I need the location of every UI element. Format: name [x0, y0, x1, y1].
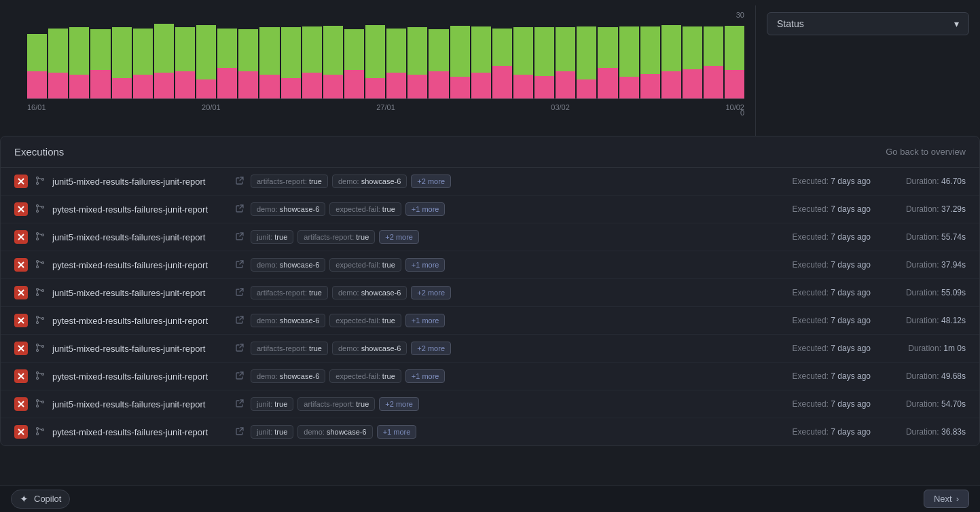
executed-time: Executed: 7 days ago	[793, 288, 871, 297]
y-label-top: 30	[736, 11, 744, 19]
bar-green	[365, 25, 385, 78]
more-tags-button[interactable]: +1 more	[377, 425, 417, 439]
execution-name[interactable]: pytest-mixed-results-failures-junit-repo…	[52, 371, 229, 382]
tag: junit: true	[251, 230, 293, 244]
bar-green	[513, 27, 533, 75]
tag: artifacts-report: true	[297, 397, 375, 411]
bar-pink	[344, 70, 364, 98]
executed-time: Executed: 7 days ago	[793, 427, 871, 437]
bar-group	[577, 11, 596, 98]
duration: Duration: 1m 0s	[884, 344, 966, 353]
more-tags-button[interactable]: +2 more	[411, 175, 451, 188]
svg-point-18	[37, 266, 39, 268]
status-failed-icon	[14, 369, 28, 383]
svg-point-44	[42, 401, 44, 403]
bar-group	[661, 11, 681, 98]
bar-group	[323, 11, 343, 98]
external-link-icon[interactable]	[236, 260, 244, 270]
external-link-icon[interactable]	[236, 232, 244, 242]
svg-point-39	[42, 373, 44, 375]
bar-group	[48, 11, 68, 98]
tag: artifacts-report: true	[251, 175, 328, 188]
more-tags-button[interactable]: +1 more	[405, 202, 446, 216]
status-dropdown-label: Status	[777, 18, 804, 29]
bar-pink	[154, 73, 174, 98]
bar-group	[704, 11, 723, 98]
branch-icon	[35, 371, 46, 382]
svg-point-23	[37, 293, 39, 295]
duration: Duration: 54.70s	[884, 399, 966, 409]
tag: demo: showcase-6	[251, 258, 325, 272]
bar-pink	[259, 75, 279, 98]
more-tags-button[interactable]: +1 more	[405, 314, 446, 327]
duration: Duration: 37.29s	[884, 204, 966, 214]
external-link-icon[interactable]	[236, 177, 244, 187]
execution-meta: Executed: 7 days agoDuration: 54.70s	[793, 399, 966, 409]
more-tags-button[interactable]: +2 more	[379, 397, 419, 411]
execution-meta: Executed: 7 days agoDuration: 1m 0s	[793, 344, 966, 353]
more-tags-button[interactable]: +2 more	[411, 342, 451, 355]
next-button[interactable]: Next ›	[924, 490, 969, 508]
execution-name[interactable]: junit5-mixed-results-failures-junit-repo…	[52, 288, 229, 298]
chart-x-labels: 16/0120/0127/0103/0210/02	[27, 99, 744, 111]
bar-group	[112, 11, 132, 98]
external-link-icon[interactable]	[236, 344, 244, 354]
execution-name[interactable]: junit5-mixed-results-failures-junit-repo…	[52, 232, 229, 242]
execution-name[interactable]: junit5-mixed-results-failures-junit-repo…	[52, 344, 229, 354]
execution-name[interactable]: junit5-mixed-results-failures-junit-repo…	[52, 177, 229, 187]
more-tags-button[interactable]: +2 more	[379, 230, 419, 244]
go-back-link[interactable]: Go back to overview	[886, 147, 966, 157]
more-tags-button[interactable]: +1 more	[405, 369, 446, 383]
duration: Duration: 48.12s	[884, 316, 966, 325]
bar-green	[344, 29, 364, 70]
tag: artifacts-report: true	[251, 286, 328, 299]
bar-group	[259, 11, 279, 98]
duration: Duration: 37.94s	[884, 260, 966, 270]
bar-green	[492, 29, 512, 66]
tags-area: junit: truedemo: showcase-6+1 more	[251, 425, 786, 439]
bar-pink	[69, 75, 89, 98]
bar-pink	[407, 75, 427, 98]
bar-group	[683, 11, 702, 98]
table-row: pytest-mixed-results-failures-junit-repo…	[1, 307, 979, 335]
copilot-icon: ✦	[20, 493, 29, 505]
executed-time: Executed: 7 days ago	[793, 177, 871, 186]
execution-name[interactable]: pytest-mixed-results-failures-junit-repo…	[52, 260, 229, 270]
tag: expected-fail: true	[329, 314, 401, 327]
execution-meta: Executed: 7 days agoDuration: 46.70s	[793, 177, 966, 186]
svg-point-38	[37, 377, 39, 379]
tags-area: artifacts-report: truedemo: showcase-6+2…	[251, 286, 786, 299]
external-link-icon[interactable]	[236, 316, 244, 326]
duration: Duration: 36.83s	[884, 427, 966, 437]
status-failed-icon	[14, 258, 28, 272]
executed-time: Executed: 7 days ago	[793, 316, 871, 325]
copilot-button[interactable]: ✦ Copilot	[11, 490, 70, 509]
bar-group	[281, 11, 301, 98]
bar-pink	[90, 70, 110, 98]
executed-time: Executed: 7 days ago	[793, 371, 871, 381]
status-dropdown[interactable]: Status ▾	[767, 12, 969, 35]
external-link-icon[interactable]	[236, 371, 244, 382]
execution-name[interactable]: pytest-mixed-results-failures-junit-repo…	[52, 204, 229, 215]
status-failed-icon	[14, 342, 28, 355]
external-link-icon[interactable]	[236, 288, 244, 298]
status-failed-icon	[14, 397, 28, 411]
external-link-icon[interactable]	[236, 204, 244, 215]
bar-pink	[513, 75, 533, 98]
branch-icon	[35, 259, 46, 271]
external-link-icon[interactable]	[236, 399, 244, 409]
status-failed-icon	[14, 230, 28, 244]
execution-name[interactable]: pytest-mixed-results-failures-junit-repo…	[52, 316, 229, 326]
more-tags-button[interactable]: +1 more	[405, 258, 446, 272]
execution-name[interactable]: pytest-mixed-results-failures-junit-repo…	[52, 427, 229, 437]
bar-group	[407, 11, 427, 98]
bar-green	[90, 29, 110, 70]
external-link-icon[interactable]	[236, 427, 244, 437]
status-failed-icon	[14, 202, 28, 216]
execution-name[interactable]: junit5-mixed-results-failures-junit-repo…	[52, 399, 229, 409]
bar-green	[323, 26, 343, 75]
executed-time: Executed: 7 days ago	[793, 344, 871, 353]
more-tags-button[interactable]: +2 more	[411, 286, 451, 299]
svg-point-43	[37, 405, 39, 407]
bar-green	[556, 27, 575, 71]
